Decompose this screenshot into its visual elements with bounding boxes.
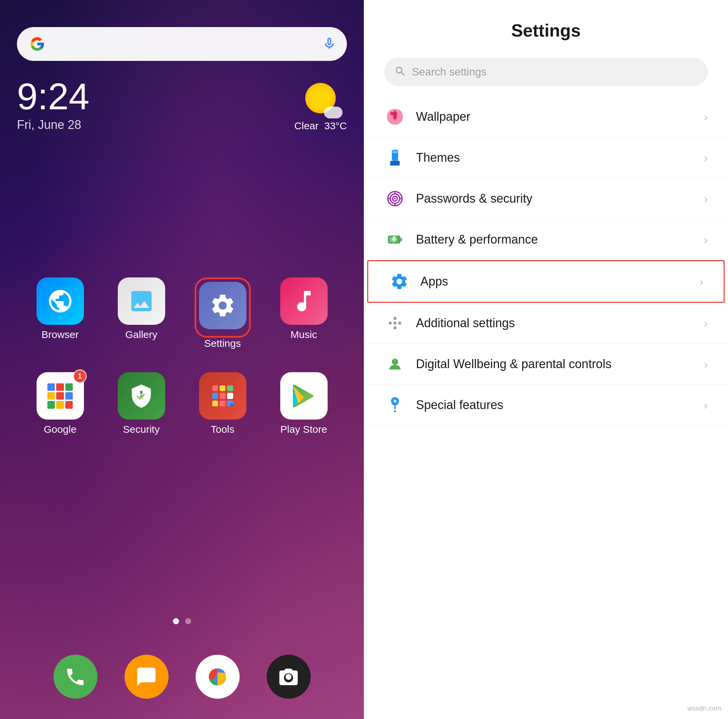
- app-playstore[interactable]: Play Store: [274, 372, 334, 435]
- settings-item-apps[interactable]: Apps ›: [367, 260, 725, 303]
- special-label: Special features: [416, 398, 704, 412]
- page-indicators: [0, 618, 364, 624]
- settings-screen: Settings Search settings: [364, 0, 728, 719]
- app-tools[interactable]: Tools: [192, 372, 253, 435]
- browser-label: Browser: [41, 329, 78, 340]
- themes-icon: [384, 147, 406, 168]
- svg-rect-5: [393, 151, 397, 153]
- settings-item-themes[interactable]: Themes ›: [364, 137, 728, 178]
- battery-chevron: ›: [704, 233, 708, 246]
- playstore-label: Play Store: [280, 424, 327, 435]
- tools-icon: [199, 372, 246, 420]
- notification-badge: 1: [73, 369, 87, 383]
- music-icon: [280, 278, 327, 325]
- security-label: Security: [123, 424, 159, 435]
- app-gallery[interactable]: Gallery: [111, 278, 172, 349]
- dock-camera[interactable]: [267, 655, 311, 699]
- themes-chevron: ›: [704, 151, 708, 165]
- special-icon: [384, 394, 406, 416]
- dot-2: [185, 618, 191, 624]
- additional-icon: [384, 312, 406, 334]
- passwords-chevron: ›: [704, 192, 708, 205]
- music-label: Music: [291, 329, 317, 340]
- svg-point-22: [398, 321, 401, 325]
- gallery-icon: [118, 278, 165, 325]
- settings-search-bar[interactable]: Search settings: [384, 58, 708, 86]
- svg-rect-15: [401, 238, 402, 241]
- wellbeing-chevron: ›: [704, 358, 708, 371]
- wallpaper-label: Wallpaper: [416, 110, 704, 124]
- security-icon: [118, 372, 165, 420]
- apps-chevron: ›: [700, 275, 703, 288]
- wellbeing-label: Digital Wellbeing & parental controls: [416, 357, 704, 371]
- app-security[interactable]: Security: [111, 372, 172, 435]
- settings-item-wallpaper[interactable]: Wallpaper ›: [364, 96, 728, 137]
- apps-label: Apps: [421, 275, 700, 289]
- gallery-label: Gallery: [125, 329, 158, 340]
- app-music[interactable]: Music: [274, 278, 334, 349]
- wallpaper-chevron: ›: [704, 110, 708, 124]
- settings-item-special[interactable]: Special features ›: [364, 385, 728, 426]
- apps-icon: [388, 271, 410, 292]
- settings-header: Settings: [364, 0, 728, 51]
- svg-rect-2: [395, 119, 395, 122]
- svg-point-20: [393, 326, 396, 329]
- battery-icon: [384, 229, 406, 250]
- tools-label: Tools: [211, 424, 234, 435]
- special-chevron: ›: [704, 398, 708, 412]
- dot-1: [173, 618, 179, 624]
- google-label: Google: [44, 424, 76, 435]
- settings-title: Settings: [391, 20, 701, 41]
- app-row-1: Browser Gallery Settings: [0, 278, 364, 349]
- date: Fri, June 28: [17, 118, 89, 132]
- playstore-icon: [280, 372, 327, 420]
- phone-screen: 9:24 Fri, June 28 Clear 33°C Browser: [0, 0, 364, 719]
- mic-icon[interactable]: [322, 36, 337, 52]
- dock-chrome[interactable]: [196, 655, 240, 699]
- browser-icon: [37, 278, 84, 325]
- wellbeing-icon: [384, 353, 406, 375]
- settings-app-icon: [199, 282, 246, 329]
- svg-point-9: [394, 198, 396, 200]
- settings-item-wellbeing[interactable]: Digital Wellbeing & parental controls ›: [364, 344, 728, 385]
- google-app-icon: 1: [37, 372, 84, 420]
- svg-point-18: [393, 321, 396, 325]
- svg-rect-4: [390, 161, 400, 165]
- search-icon: [394, 65, 407, 79]
- passwords-icon: [384, 188, 406, 209]
- svg-point-21: [388, 321, 392, 325]
- app-row-2: 1 Google: [0, 372, 364, 435]
- app-browser[interactable]: Browser: [30, 278, 91, 349]
- weather-icon: [305, 83, 336, 113]
- settings-item-battery[interactable]: Battery & performance ›: [364, 219, 728, 260]
- time-display: 9:24 Fri, June 28: [17, 78, 89, 132]
- svg-point-19: [393, 317, 396, 320]
- google-logo: [27, 34, 47, 54]
- battery-label: Battery & performance: [416, 232, 704, 247]
- bottom-dock: [0, 655, 364, 699]
- svg-point-1: [286, 674, 291, 679]
- additional-label: Additional settings: [416, 316, 704, 330]
- settings-item-passwords[interactable]: Passwords & security ›: [364, 178, 728, 219]
- passwords-label: Passwords & security: [416, 191, 704, 206]
- settings-label: Settings: [204, 338, 241, 349]
- svg-point-24: [393, 400, 396, 403]
- clock: 9:24: [17, 78, 89, 115]
- app-google[interactable]: 1 Google: [30, 372, 91, 435]
- search-placeholder: Search settings: [412, 66, 487, 78]
- weather-widget: Clear 33°C: [294, 83, 347, 131]
- watermark: wsxdn.com: [687, 704, 721, 712]
- settings-item-additional[interactable]: Additional settings ›: [364, 303, 728, 344]
- settings-list: Wallpaper › Themes ›: [364, 96, 728, 719]
- dock-messages[interactable]: [125, 655, 168, 699]
- weather-info: Clear 33°C: [294, 120, 347, 131]
- wallpaper-icon: [384, 106, 406, 128]
- themes-label: Themes: [416, 151, 704, 165]
- additional-chevron: ›: [704, 317, 708, 330]
- dock-phone[interactable]: [54, 655, 98, 699]
- app-settings[interactable]: Settings: [192, 278, 253, 349]
- google-search-bar[interactable]: [17, 27, 347, 61]
